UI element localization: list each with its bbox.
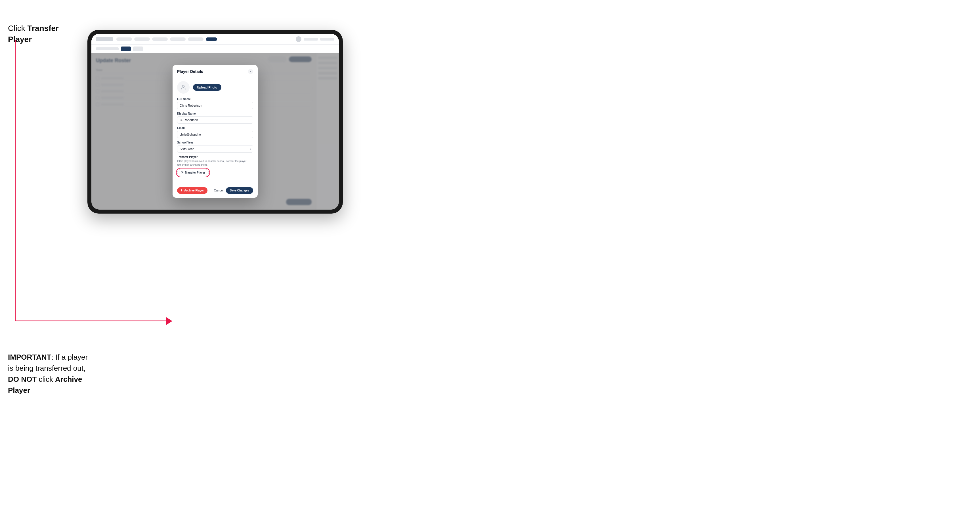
main-content: Update Roster Team bbox=[91, 53, 339, 210]
avatar-section: Upload Photo bbox=[177, 81, 253, 94]
svg-point-0 bbox=[182, 86, 184, 87]
close-icon: × bbox=[250, 70, 251, 73]
do-not-label: DO NOT bbox=[8, 375, 37, 384]
full-name-group: Full Name bbox=[177, 98, 253, 109]
nav-item-roster[interactable] bbox=[206, 37, 217, 41]
email-group: Email bbox=[177, 127, 253, 138]
transfer-label: Transfer Player bbox=[177, 156, 253, 159]
upload-photo-button[interactable]: Upload Photo bbox=[193, 84, 221, 91]
nav-item-dashboard[interactable] bbox=[116, 37, 132, 41]
nav-avatar bbox=[296, 36, 301, 42]
footer-right: Cancel Save Changes bbox=[214, 187, 253, 194]
app-navbar bbox=[91, 34, 339, 44]
user-icon bbox=[180, 84, 186, 90]
tablet-screen: Update Roster Team bbox=[91, 34, 339, 210]
modal-footer: ⬇ Archive Player Cancel Save Changes bbox=[173, 184, 258, 198]
modal-body: Upload Photo Full Name Display Name bbox=[173, 77, 258, 184]
nav-item-team[interactable] bbox=[152, 37, 168, 41]
transfer-description: If this player has moved to another scho… bbox=[177, 159, 253, 167]
nav-item-schedule[interactable] bbox=[170, 37, 186, 41]
modal-header: Player Details × bbox=[173, 65, 258, 77]
do-not-text: click bbox=[37, 375, 55, 384]
full-name-input[interactable] bbox=[177, 102, 253, 109]
transfer-icon: ⟳ bbox=[181, 171, 183, 175]
cancel-button[interactable]: Cancel bbox=[214, 189, 223, 192]
instruction-important: IMPORTANT: If a player is being transfer… bbox=[8, 352, 90, 396]
email-label: Email bbox=[177, 127, 253, 130]
save-changes-button[interactable]: Save Changes bbox=[226, 187, 253, 194]
modal-dialog: Player Details × bbox=[173, 65, 258, 197]
app-logo bbox=[96, 37, 113, 41]
instruction-area: Click Transfer Player bbox=[8, 23, 84, 45]
display-name-group: Display Name bbox=[177, 112, 253, 124]
transfer-player-label: Transfer Player bbox=[185, 171, 205, 174]
instruction-click-text: Click Transfer Player bbox=[8, 23, 84, 45]
active-btn[interactable] bbox=[121, 46, 131, 51]
email-input[interactable] bbox=[177, 131, 253, 138]
archive-icon: ⬇ bbox=[180, 189, 183, 192]
archive-player-button[interactable]: ⬇ Archive Player bbox=[177, 187, 207, 194]
transfer-player-button[interactable]: ⟳ Transfer Player bbox=[177, 169, 209, 176]
school-year-label: School Year bbox=[177, 141, 253, 144]
school-year-select[interactable]: Sixth Year First Year Second Year Third … bbox=[177, 145, 253, 152]
school-year-group: School Year Sixth Year First Year Second… bbox=[177, 141, 253, 152]
breadcrumb-placeholder bbox=[96, 48, 119, 50]
modal-overlay: Player Details × bbox=[91, 53, 339, 210]
tablet-device: Update Roster Team bbox=[88, 30, 343, 214]
nav-right bbox=[296, 36, 334, 42]
archive-player-label: Archive Player bbox=[184, 189, 204, 192]
nav-item-payments[interactable] bbox=[134, 37, 150, 41]
annotation-line-horizontal bbox=[15, 321, 169, 321]
display-name-label: Display Name bbox=[177, 112, 253, 115]
annotation-line-vertical bbox=[15, 40, 16, 321]
invite-btn[interactable] bbox=[133, 46, 143, 51]
avatar-circle bbox=[177, 81, 189, 94]
sub-navbar bbox=[91, 44, 339, 53]
important-label: IMPORTANT bbox=[8, 353, 51, 361]
nav-text bbox=[304, 38, 318, 41]
nav-item-add-player[interactable] bbox=[188, 37, 204, 41]
modal-close-button[interactable]: × bbox=[248, 69, 253, 74]
full-name-label: Full Name bbox=[177, 98, 253, 101]
display-name-input[interactable] bbox=[177, 116, 253, 124]
annotation-arrow bbox=[166, 317, 172, 325]
school-year-select-wrapper: Sixth Year First Year Second Year Third … bbox=[177, 145, 253, 152]
nav-logout[interactable] bbox=[320, 38, 334, 41]
nav-items bbox=[116, 37, 292, 41]
modal-title: Player Details bbox=[177, 69, 203, 74]
transfer-section: Transfer Player If this player has moved… bbox=[177, 156, 253, 176]
